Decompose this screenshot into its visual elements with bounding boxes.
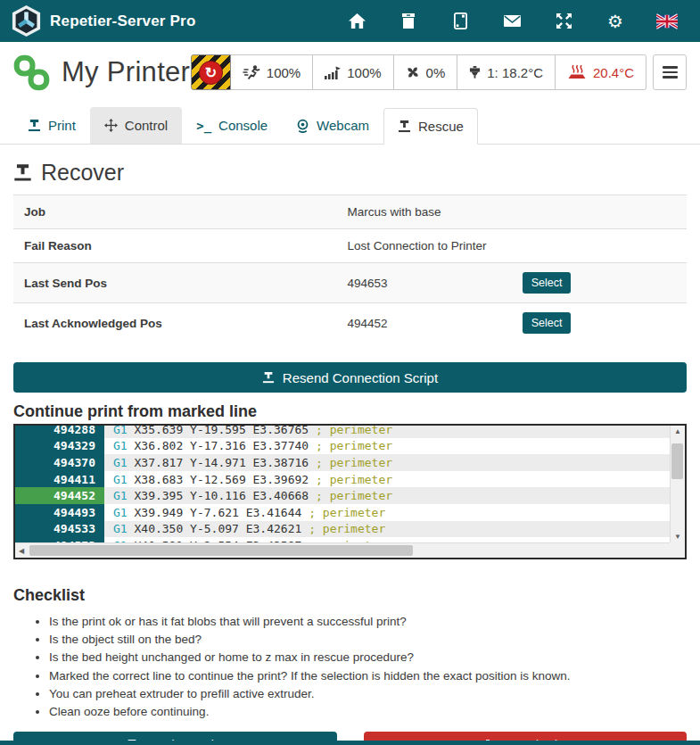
gcode-params: X38.683 Y-12.569 E3.39692 bbox=[128, 473, 316, 486]
printer-menu-button[interactable] bbox=[653, 54, 687, 90]
tablet-icon[interactable] bbox=[449, 12, 471, 31]
recover-row-value: Lost Connection to Printer bbox=[336, 229, 511, 263]
gcode-line[interactable]: 494288G1 X35.639 Y-19.595 E3.36765 ; per… bbox=[15, 426, 670, 438]
gcode-params: X36.802 Y-17.316 E3.37740 bbox=[128, 439, 316, 452]
select-button[interactable]: Select bbox=[523, 312, 572, 334]
gcode-params: X40.350 Y-5.097 E3.42621 bbox=[128, 522, 309, 535]
mail-icon[interactable] bbox=[501, 12, 523, 31]
gcode-line[interactable]: 494370G1 X37.817 Y-14.971 E3.38716 ; per… bbox=[15, 454, 670, 471]
tab-print[interactable]: Print bbox=[13, 107, 90, 144]
extruder-temp-value: 1: 18.2°C bbox=[487, 65, 543, 80]
scroll-up-icon[interactable]: ▲ bbox=[674, 427, 681, 435]
printer-status-bar: ↻ 100% 100% bbox=[191, 54, 687, 90]
checklist-heading: Checklist bbox=[13, 586, 687, 605]
gcode-line-number: 494288 bbox=[15, 426, 104, 438]
bed-temp-value: 20.4°C bbox=[593, 65, 634, 80]
speed-value: 100% bbox=[267, 65, 301, 80]
gcode-comment: ; perimeter bbox=[309, 522, 385, 535]
gcode-line-text: G1 X37.817 Y-14.971 E3.38716 ; perimeter bbox=[104, 454, 670, 471]
tab-rescue[interactable]: Rescue bbox=[383, 108, 478, 145]
gcode-line-text: G1 X35.639 Y-19.595 E3.36765 ; perimeter bbox=[104, 426, 670, 438]
emergency-stop-icon: ↻ bbox=[199, 61, 223, 85]
rescue-panel: Recover JobMarcus with baseFail ReasonLo… bbox=[0, 160, 700, 745]
recover-row-label: Last Acknowledged Pos bbox=[13, 303, 336, 344]
checklist-item: Is the print ok or has it fat blobs that… bbox=[49, 613, 687, 631]
runner-icon bbox=[243, 65, 260, 79]
fan-value: 0% bbox=[426, 65, 446, 80]
scroll-down-icon[interactable]: ▼ bbox=[674, 533, 681, 541]
recover-row-action bbox=[512, 229, 687, 263]
printer-tabbar: Print Control >_ Console Webcam Rescue bbox=[0, 107, 700, 145]
recover-row-label: Job bbox=[13, 195, 336, 229]
navbar-icons: ⚙ bbox=[346, 12, 688, 31]
gcode-comment: ; perimeter bbox=[316, 489, 392, 502]
continue-print-heading: Continue print from marked line bbox=[13, 402, 687, 421]
checklist-item: Is the bed height unchanged or home to z… bbox=[49, 649, 687, 666]
console-icon: >_ bbox=[196, 119, 211, 133]
recover-row-value: 494452 bbox=[336, 303, 511, 344]
gcode-line[interactable]: 494452G1 X39.395 Y-10.116 E3.40668 ; per… bbox=[15, 487, 670, 504]
expand-icon[interactable] bbox=[553, 12, 574, 31]
speed-badge[interactable]: 100% bbox=[231, 55, 312, 89]
gcode-params: X39.949 Y-7.621 E3.41644 bbox=[128, 506, 309, 519]
gcode-params: X37.817 Y-14.971 E3.38716 bbox=[128, 456, 316, 469]
gcode-line[interactable]: 494493G1 X39.949 Y-7.621 E3.41644 ; peri… bbox=[15, 504, 670, 521]
tab-control[interactable]: Control bbox=[90, 107, 182, 144]
checklist-item: Is the object still on the bed? bbox=[49, 631, 687, 649]
uk-flag-icon[interactable] bbox=[656, 12, 678, 31]
webcam-icon bbox=[296, 119, 309, 133]
move-icon bbox=[104, 119, 118, 132]
vertical-scrollbar[interactable]: ▲ ▼ bbox=[670, 426, 685, 542]
emergency-stop-button[interactable]: ↻ bbox=[191, 54, 231, 90]
resend-connection-script-button[interactable]: Resend Connection Script bbox=[13, 362, 687, 393]
app-title: Repetier-Server Pro bbox=[50, 12, 195, 30]
bed-temp-badge[interactable]: 20.4°C bbox=[555, 55, 646, 89]
tab-webcam[interactable]: Webcam bbox=[282, 107, 383, 144]
recover-row-action: Select bbox=[512, 303, 687, 344]
extruder-temp-badge[interactable]: 1: 18.2°C bbox=[457, 55, 555, 89]
printer-icon bbox=[262, 372, 275, 384]
tab-console[interactable]: >_ Console bbox=[182, 107, 282, 144]
select-button[interactable]: Select bbox=[523, 272, 572, 294]
recover-row: JobMarcus with base bbox=[13, 195, 687, 229]
printer-icon bbox=[398, 120, 411, 133]
gcode-line[interactable]: 494329G1 X36.802 Y-17.316 E3.37740 ; per… bbox=[15, 438, 670, 455]
recover-heading: Recover bbox=[13, 160, 687, 195]
gcode-command: G1 bbox=[113, 456, 128, 469]
gcode-command: G1 bbox=[113, 522, 128, 535]
gcode-line-number: 494452 bbox=[15, 487, 104, 504]
gcode-line-text: G1 X36.802 Y-17.316 E3.37740 ; perimeter bbox=[104, 438, 670, 455]
scroll-left-icon[interactable]: ◀ bbox=[19, 547, 24, 555]
recover-row-value: Marcus with base bbox=[336, 195, 511, 229]
fan-badge[interactable]: 0% bbox=[393, 55, 457, 89]
home-icon[interactable] bbox=[346, 12, 367, 31]
recover-row-action: Select bbox=[512, 263, 687, 303]
connection-link-icon[interactable] bbox=[13, 54, 50, 91]
printer-queue-icon[interactable] bbox=[398, 12, 419, 31]
recover-row-action bbox=[512, 195, 687, 229]
gcode-comment: ; perimeter bbox=[316, 426, 392, 436]
checklist-item: You can preheat extruder to prefill acti… bbox=[49, 685, 687, 703]
horizontal-scroll-thumb[interactable] bbox=[29, 545, 413, 556]
repetier-logo-icon[interactable] bbox=[12, 4, 41, 37]
gcode-params: X35.639 Y-19.595 E3.36765 bbox=[128, 426, 316, 436]
gcode-command: G1 bbox=[113, 426, 128, 436]
printer-title: My Printer bbox=[62, 56, 190, 88]
gcode-line-number: 494329 bbox=[15, 438, 104, 455]
gcode-comment: ; perimeter bbox=[316, 473, 392, 486]
checklist-item: Marked the correct line to continue the … bbox=[49, 667, 687, 685]
gear-icon[interactable]: ⚙ bbox=[605, 12, 626, 31]
gcode-line-text: G1 X38.683 Y-12.569 E3.39692 ; perimeter bbox=[104, 471, 670, 488]
printer-icon bbox=[28, 120, 41, 132]
gcode-line[interactable]: 494533G1 X40.350 Y-5.097 E3.42621 ; peri… bbox=[15, 521, 670, 538]
checklist-item: Clean ooze before continuing. bbox=[49, 703, 687, 721]
recover-table: JobMarcus with baseFail ReasonLost Conne… bbox=[13, 195, 687, 343]
gcode-comment: ; perimeter bbox=[316, 439, 392, 452]
horizontal-scrollbar[interactable]: ◀ bbox=[15, 542, 670, 558]
flow-badge[interactable]: 100% bbox=[312, 55, 392, 89]
gcode-line-number: 494493 bbox=[15, 504, 104, 521]
heated-bed-icon bbox=[567, 65, 587, 79]
gcode-line[interactable]: 494411G1 X38.683 Y-12.569 E3.39692 ; per… bbox=[15, 471, 670, 488]
gcode-comment: ; perimeter bbox=[309, 506, 385, 519]
vertical-scroll-thumb[interactable] bbox=[671, 443, 683, 479]
